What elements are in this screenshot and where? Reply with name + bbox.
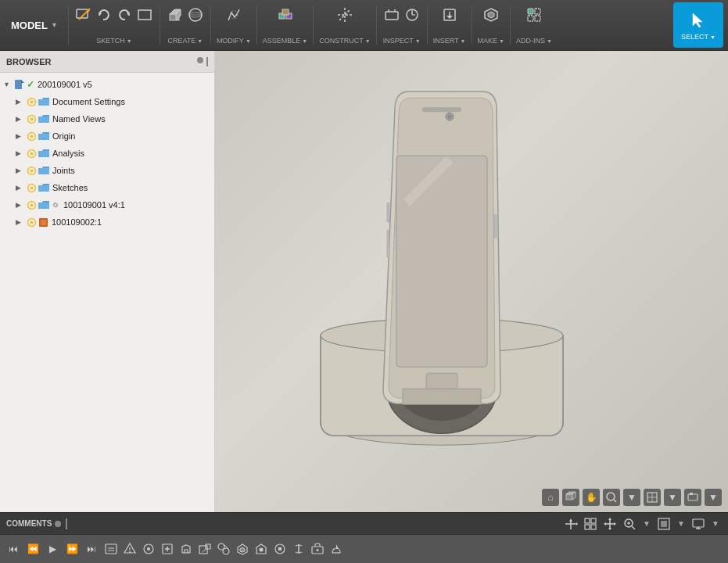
folder-icon-5: [38, 166, 49, 175]
3d-model: [293, 62, 590, 484]
tl-tool-7[interactable]: [215, 540, 232, 558]
tl-tool-3[interactable]: [140, 540, 157, 558]
create-sphere-icon[interactable]: [186, 5, 205, 24]
folder-icon-6: [38, 183, 49, 192]
svg-point-109: [147, 547, 150, 550]
toolbar-separator-6: [376, 5, 377, 45]
comments-collapse[interactable]: [66, 518, 67, 529]
view-style-dropdown[interactable]: ▼: [675, 515, 687, 533]
svg-point-44: [30, 152, 34, 155]
create-group[interactable]: CREATE ▼: [164, 2, 206, 48]
addins-icon[interactable]: [525, 5, 543, 24]
browser-dot[interactable]: [197, 57, 203, 63]
sketch-rect-icon[interactable]: [135, 5, 154, 24]
svg-rect-80: [690, 493, 693, 495]
folder-icon-4: [38, 149, 49, 158]
tl-tool-12[interactable]: [309, 540, 326, 558]
tree-item-analysis[interactable]: ▶ Analysis: [0, 145, 214, 162]
inspect-icon[interactable]: [382, 5, 401, 24]
pan-status-icon[interactable]: [601, 515, 619, 533]
insert-group[interactable]: INSERT ▼: [432, 2, 468, 48]
grid-icon[interactable]: [582, 515, 599, 533]
display-mode-btn[interactable]: [644, 489, 661, 506]
tl-tool-9[interactable]: [253, 540, 270, 558]
select-group[interactable]: SELECT ▼: [673, 2, 723, 48]
timeline-step-fwd[interactable]: ⏩: [63, 540, 81, 558]
tl-tool-10[interactable]: [271, 540, 289, 558]
browser-collapse[interactable]: [206, 57, 208, 66]
tree-item-joints[interactable]: ▶ Joints: [0, 162, 214, 179]
timeline-step-back[interactable]: ⏪: [24, 540, 41, 558]
display-status-dropdown[interactable]: ▼: [709, 515, 722, 533]
timeline-play[interactable]: ▶: [44, 540, 61, 558]
svg-rect-99: [693, 519, 704, 527]
svg-point-52: [30, 221, 34, 224]
viewport-status-controls: ▼ ▼ ▼: [562, 515, 722, 533]
toolbar-separator-1: [68, 5, 69, 45]
insert-icon[interactable]: [440, 5, 459, 24]
construct-icon[interactable]: [335, 5, 354, 24]
tree-item-doc-settings[interactable]: ▶ Document Settings: [0, 93, 214, 110]
svg-rect-88: [591, 525, 596, 529]
home-view-btn[interactable]: ⌂: [542, 489, 559, 506]
display-dropdown[interactable]: ▼: [664, 489, 681, 506]
zoom-status-icon[interactable]: [621, 515, 638, 533]
orbit-cube-btn[interactable]: [562, 489, 579, 506]
model-dropdown[interactable]: MODEL ▼: [5, 2, 64, 48]
tree-item-root[interactable]: ▼ ✓ 200109001 v5: [0, 76, 214, 93]
tl-tool-13[interactable]: [328, 540, 345, 558]
sketch-group[interactable]: SKETCH ▼: [73, 2, 156, 48]
assemble-group[interactable]: ASSEMBLE ▼: [261, 2, 309, 48]
zoom-btn[interactable]: [603, 489, 620, 506]
tl-tool-1[interactable]: [102, 540, 120, 558]
tl-tool-5[interactable]: [178, 540, 195, 558]
tree-item-named-views[interactable]: ▶ Named Views: [0, 110, 214, 127]
tree-item-sketches[interactable]: ▶ Sketches: [0, 179, 214, 196]
make-group[interactable]: MAKE ▼: [476, 2, 506, 48]
folder-icon-1: [38, 97, 49, 106]
inspect-group[interactable]: INSPECT ▼: [381, 2, 423, 48]
svg-point-74: [607, 493, 615, 500]
comments-indicator[interactable]: [55, 521, 61, 527]
tree-item-origin[interactable]: ▶ Origin: [0, 127, 214, 145]
make-icon[interactable]: [482, 5, 500, 24]
sketch-undo-icon[interactable]: [95, 5, 113, 24]
zoom-status-dropdown[interactable]: ▼: [640, 515, 653, 533]
construct-group[interactable]: CONSTRUCT ▼: [317, 2, 371, 48]
link-icon: [51, 200, 60, 210]
modify-group[interactable]: MODIFY ▼: [215, 2, 253, 48]
tl-tool-11[interactable]: [290, 540, 307, 558]
addins-group[interactable]: ADD-INS ▼: [515, 2, 554, 48]
display-status-icon[interactable]: [690, 515, 707, 533]
root-file-icon: [14, 79, 25, 90]
svg-rect-123: [278, 547, 282, 550]
assemble-icon[interactable]: [276, 5, 295, 24]
tree-item-component1[interactable]: ▶ 100109001 v4:1: [0, 196, 214, 213]
sketch-redo-icon[interactable]: [115, 5, 134, 24]
coord-icon[interactable]: [562, 515, 579, 533]
svg-line-75: [614, 500, 616, 502]
tl-tool-2[interactable]: [121, 540, 138, 558]
timeline-end[interactable]: ⏭: [83, 540, 100, 558]
pan-btn[interactable]: ✋: [583, 489, 600, 506]
zoom-dropdown[interactable]: ▼: [623, 489, 640, 506]
modify-icon[interactable]: [224, 5, 243, 24]
viewport-controls: ⌂ ✋ ▼: [542, 489, 722, 506]
effects-btn[interactable]: [684, 489, 701, 506]
create-arrow: ▼: [197, 38, 203, 44]
effects-dropdown[interactable]: ▼: [705, 489, 722, 506]
eye-icon-6: [27, 183, 37, 193]
joints-label: Joints: [52, 166, 75, 175]
toolbar-separator-7: [427, 5, 428, 45]
create-extrude-icon[interactable]: [166, 5, 185, 24]
tl-tool-6[interactable]: [196, 540, 213, 558]
viewport[interactable]: ⌂ ✋ ▼: [215, 51, 728, 512]
tl-tool-8[interactable]: [234, 540, 251, 558]
view-style-icon[interactable]: [655, 515, 672, 533]
inspect-measure-icon[interactable]: [403, 5, 421, 24]
sketch-icon[interactable]: [74, 5, 93, 24]
tree-item-component2[interactable]: ▶ 100109002:1: [0, 213, 214, 231]
timeline-rewind[interactable]: ⏮: [5, 540, 22, 558]
tl-tool-4[interactable]: [159, 540, 176, 558]
svg-marker-90: [608, 528, 611, 530]
